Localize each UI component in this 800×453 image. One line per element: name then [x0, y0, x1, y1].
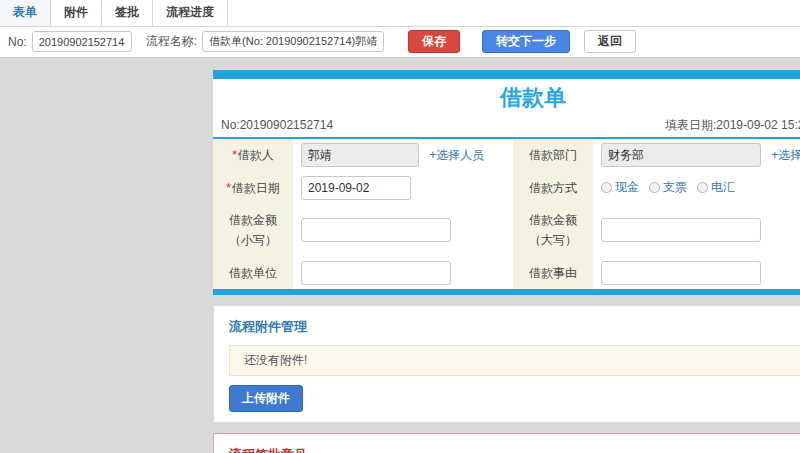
required-mark: *: [226, 181, 231, 195]
radio-circle-icon[interactable]: [649, 182, 660, 193]
table-row: *借款人 +选择人员 借款部门 +选择部门: [213, 139, 800, 171]
approval-panel: 流程签批意见 B I abc: [213, 433, 800, 453]
reason-label-cell: 借款事由: [513, 257, 593, 289]
tab-attachments[interactable]: 附件: [51, 0, 102, 26]
select-person-link[interactable]: +选择人员: [429, 148, 484, 162]
attachment-panel: 流程附件管理 还没有附件! 上传附件: [213, 305, 800, 423]
amount-upper-field-cell: [593, 204, 800, 257]
amount-lower-input[interactable]: [301, 218, 451, 242]
amount-lower-label: 借款金额（小写）: [229, 213, 277, 247]
unit-input[interactable]: [301, 261, 451, 285]
unit-label-cell: 借款单位: [213, 257, 293, 289]
attachment-heading: 流程附件管理: [229, 318, 800, 336]
process-name-input[interactable]: [202, 31, 384, 52]
select-department-link[interactable]: +选择部门: [771, 148, 800, 162]
radio-cash-label: 现金: [615, 179, 639, 196]
required-mark: *: [232, 148, 237, 162]
tab-form[interactable]: 表单: [0, 0, 51, 26]
form-bottom-bar: [213, 289, 800, 295]
radio-cheque-label: 支票: [663, 179, 687, 196]
radio-wire[interactable]: 电汇: [697, 179, 735, 196]
approval-heading: 流程签批意见: [229, 446, 800, 453]
no-input[interactable]: [32, 31, 132, 52]
toolbar-row: No: 流程名称: 保存 转交下一步 返回: [0, 27, 800, 58]
radio-wire-label: 电汇: [711, 179, 735, 196]
reason-input[interactable]: [601, 261, 761, 285]
amount-lower-field-cell: [293, 204, 513, 257]
borrower-label: 借款人: [238, 148, 274, 162]
radio-cash[interactable]: 现金: [601, 179, 639, 196]
amount-upper-input[interactable]: [601, 218, 761, 242]
borrower-label-cell: *借款人: [213, 139, 293, 171]
loan-date-input[interactable]: [301, 176, 411, 200]
reason-label: 借款事由: [529, 266, 577, 280]
radio-circle-icon[interactable]: [697, 182, 708, 193]
no-label: No:: [8, 35, 27, 49]
form-title: 借款单: [213, 85, 800, 111]
radio-cheque[interactable]: 支票: [649, 179, 687, 196]
method-field-cell: 现金 支票 电汇: [593, 172, 800, 204]
back-button[interactable]: 返回: [584, 30, 636, 53]
tab-approval[interactable]: 签批: [102, 0, 153, 26]
method-radio-group: 现金 支票 电汇: [601, 179, 800, 196]
no-attachment-notice: 还没有附件!: [229, 345, 800, 376]
method-label: 借款方式: [529, 181, 577, 195]
tab-bar: 表单 附件 签批 流程进度: [0, 0, 800, 27]
department-field-cell: +选择部门: [593, 139, 800, 171]
form-date-text: 填表日期:2019-09-02 15:27:1: [665, 117, 800, 134]
department-label: 借款部门: [529, 148, 577, 162]
loan-date-field-cell: [293, 172, 513, 204]
loan-form-table: *借款人 +选择人员 借款部门 +选择部门 *借款日期: [213, 139, 800, 289]
loan-date-label: 借款日期: [232, 181, 280, 195]
department-label-cell: 借款部门: [513, 139, 593, 171]
amount-lower-label-cell: 借款金额（小写）: [213, 204, 293, 257]
amount-upper-label-cell: 借款金额（大写）: [513, 204, 593, 257]
borrower-input[interactable]: [301, 143, 419, 167]
loan-date-label-cell: *借款日期: [213, 172, 293, 204]
radio-circle-icon[interactable]: [601, 182, 612, 193]
table-row: *借款日期 借款方式 现金 支票: [213, 172, 800, 204]
amount-upper-label: 借款金额（大写）: [529, 213, 577, 247]
unit-label: 借款单位: [229, 266, 277, 280]
next-step-button[interactable]: 转交下一步: [482, 30, 570, 53]
department-input[interactable]: [601, 143, 761, 167]
loan-form-panel: 借款单 No:20190902152714 填表日期:2019-09-02 15…: [213, 70, 800, 295]
table-row: 借款单位 借款事由: [213, 257, 800, 289]
form-top-bar: [213, 70, 800, 79]
unit-field-cell: [293, 257, 513, 289]
process-name-label: 流程名称:: [146, 33, 197, 50]
method-label-cell: 借款方式: [513, 172, 593, 204]
tab-process-progress[interactable]: 流程进度: [153, 0, 228, 26]
top-header: 表单 附件 签批 流程进度 No: 流程名称: 保存 转交下一步 返回: [0, 0, 800, 58]
save-button[interactable]: 保存: [408, 30, 460, 53]
reason-field-cell: [593, 257, 800, 289]
main-area: 借款单 No:20190902152714 填表日期:2019-09-02 15…: [0, 58, 800, 453]
table-row: 借款金额（小写） 借款金额（大写）: [213, 204, 800, 257]
borrower-field-cell: +选择人员: [293, 139, 513, 171]
form-meta-row: No:20190902152714 填表日期:2019-09-02 15:27:…: [213, 115, 800, 137]
form-no-text: No:20190902152714: [221, 118, 333, 132]
upload-attachment-button[interactable]: 上传附件: [229, 385, 303, 412]
